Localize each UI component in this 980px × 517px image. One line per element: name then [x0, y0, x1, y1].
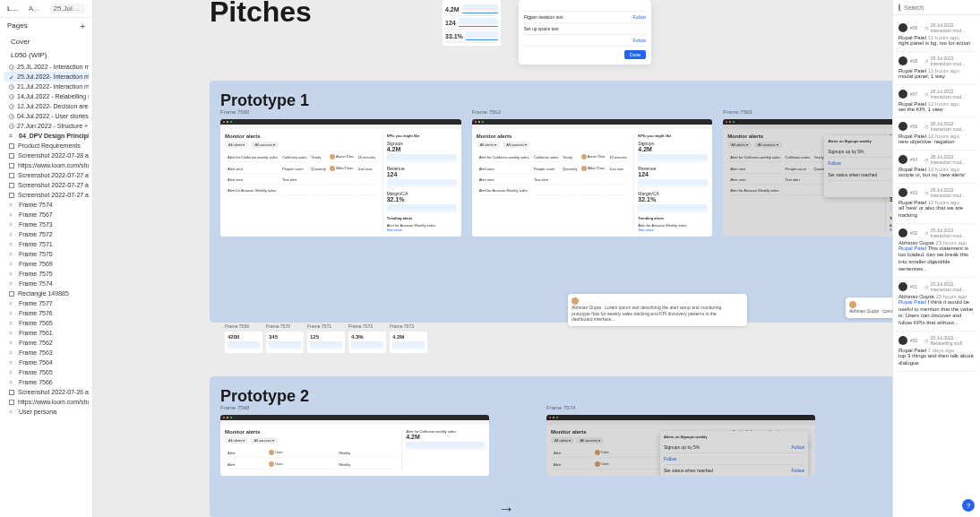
comment-text: Abhinav Gupta · Lorem ipsum text describ… [572, 305, 733, 323]
filter-badge[interactable]: All alerts ▾ [225, 142, 248, 148]
comment-thread[interactable]: #33 · ◷ 28.Jul.2022 · Interaction mod...… [897, 184, 976, 224]
check-icon: ✓ [9, 74, 14, 80]
layer-item[interactable]: ⌗Frame 7577 [4, 298, 89, 308]
prototype-frame[interactable]: Monitor alerts All alerts ▾All sources ▾… [546, 415, 815, 476]
mini-frame[interactable]: Frame 7571125 [307, 332, 345, 353]
comment-thread[interactable]: #30 · ◷ 25.Jul.2022 · Relabelling stuff … [897, 332, 976, 372]
layer-item[interactable]: ⌗Frame 7574 [4, 200, 89, 210]
layer-item[interactable]: https://www.loom.com/share/835... [4, 160, 89, 170]
canvas-comment[interactable]: Abhinav Gupta · comment on frame [846, 297, 892, 318]
filter-badge[interactable]: All sources ▾ [503, 142, 530, 148]
layer-item[interactable]: ⌗Frame 7561 [4, 328, 89, 338]
mini-frame[interactable]: Frame 75734.2M [390, 332, 427, 353]
prototype-frame[interactable]: Monitor alerts All alerts ▾ All sources … [723, 119, 892, 237]
kpi-stat: Margin/CA32.1% [387, 191, 457, 202]
layer-item[interactable]: Rectangle 149885 [4, 289, 89, 298]
layer-item[interactable]: https://www.loom.com/share/421f... [4, 397, 89, 407]
layer-item[interactable]: ⌗Frame 7565 [4, 367, 89, 377]
prototype-frame[interactable]: Monitor alerts All alerts ▾ All sources … [220, 119, 461, 237]
sparkline [392, 341, 425, 350]
layer-item[interactable]: ⌗Frame 7571 [4, 239, 89, 249]
page-item[interactable]: L050 (WIP) [4, 48, 89, 62]
version-item[interactable]: 25.JL.2022 - Interaction mod... [4, 62, 89, 72]
rect-icon [9, 163, 14, 168]
follow-link[interactable]: Follow [633, 38, 646, 43]
comment-thread[interactable]: #32 · ◷ 25.Jul.2022 · Interaction mod...… [897, 224, 976, 278]
version-item[interactable]: 21.Jul.2022- Interaction mod... [4, 82, 89, 91]
layer-item[interactable]: ⌗Frame 7576 [4, 308, 89, 318]
layer-item[interactable]: ⌗Frame 7572 [4, 229, 89, 239]
follow-link[interactable]: Follow [633, 14, 646, 20]
layer-item[interactable]: Screenshot 2022-07-28 at 1.24.1 [4, 151, 89, 160]
layer-item[interactable]: ⌗Frame 7564 [4, 358, 89, 367]
layer-item[interactable]: ⌗Frame 7573 [4, 220, 89, 229]
version-item[interactable]: ✓25.Jul.2022- Interaction mo... [4, 72, 89, 82]
canvas-comment[interactable]: Abhinav Gupta · Lorem ipsum text describ… [568, 294, 747, 326]
clock-icon: ◷ [924, 230, 928, 236]
comment-thread[interactable]: #39 · ◷ 28.Jul.2022 · Interaction mod...… [897, 19, 976, 52]
tab-assets[interactable]: Assets [29, 4, 43, 13]
mini-frame[interactable]: Frame 75694200 [225, 332, 262, 353]
comment-thread[interactable]: #31 · ◷ 25.Jul.2022 · Interaction mod...… [897, 278, 976, 332]
clock-icon: ◷ [924, 91, 928, 97]
comment-thread[interactable]: #38 · ◷ 28.Jul.2022 · Interaction mod...… [897, 52, 976, 85]
frame-modal: Alerts on Signups weeklySignups up by 5%… [824, 135, 892, 197]
modal-row: Follow [524, 35, 646, 47]
search-input[interactable] [904, 4, 980, 11]
avatar [898, 155, 907, 164]
mini-frame[interactable]: Frame 7570345 [266, 332, 304, 353]
modal-done-button[interactable]: Done [624, 50, 646, 59]
rect-icon [9, 193, 14, 198]
see-more-link[interactable]: See more [387, 228, 457, 232]
version-item[interactable]: 14.Jul.2022 - Relabelling stuff [4, 91, 89, 101]
prototype-frame[interactable]: Monitor alerts All alerts ▾ All sources … [472, 119, 713, 237]
layer-item[interactable]: ⌗Frame 7569 [4, 259, 89, 269]
filter-badge[interactable]: All alerts ▾ [727, 142, 751, 148]
rect-icon [9, 390, 14, 395]
comments-list: #39 · ◷ 28.Jul.2022 · Interaction mod...… [893, 15, 980, 517]
rect-icon [9, 153, 14, 159]
layer-item[interactable]: ⌗Frame 7566 [4, 377, 89, 387]
layer-item[interactable]: Screenshot 2022-07-27 at 2.00.1 1 [4, 190, 89, 200]
layer-item[interactable]: Screenshot 2022-07-26 at 5.33.1 [4, 387, 89, 397]
layer-item[interactable]: ⌗Frame 7574 [4, 279, 89, 289]
layer-item[interactable]: ⌗User persona [4, 407, 89, 417]
page-item[interactable]: Cover [4, 35, 89, 48]
layer-item[interactable]: ⌗Frame 7575 [4, 269, 89, 279]
canvas[interactable]: Pitches 4.2M12433.1% Figjam iteration te… [93, 0, 892, 517]
avatar [898, 23, 907, 32]
filter-badge[interactable]: All alerts ▾ [477, 142, 500, 148]
version-item[interactable]: 04.Jul.2022 - User stories [4, 111, 89, 121]
clock-icon: ◷ [924, 157, 928, 162]
prototype-frame[interactable]: Monitor alerts All alerts ▾All sources ▾… [220, 415, 489, 476]
frame-icon: ⌗ [9, 133, 15, 139]
filter-badge[interactable]: All sources ▾ [754, 142, 782, 148]
layer-item[interactable]: Screenshot 2022-07-27 at 10.02.1 [4, 170, 89, 180]
see-more-link[interactable]: See more [890, 228, 892, 232]
help-button[interactable]: ? [962, 499, 975, 512]
mini-frame[interactable]: Frame 75724.3% [348, 332, 386, 353]
tab-layers[interactable]: Layers [7, 4, 21, 13]
layer-item[interactable]: ⌗Frame 7570 [4, 249, 89, 259]
version-item[interactable]: 12.Jul.2022- Decision areas [4, 101, 89, 111]
version-dropdown[interactable]: 25.Jul.2022... [50, 4, 86, 13]
comment-thread[interactable]: #34 · ◷ 28.Jul.2022 · Interaction mod...… [897, 151, 976, 184]
layer-item[interactable]: ⌗Frame 7562 [4, 338, 89, 348]
version-item[interactable]: 27.Jun.2022 - Structure + De... [4, 121, 89, 131]
layer-item[interactable]: ⌗Frame 7567 [4, 210, 89, 220]
layer-item[interactable]: ⌗Frame 7565 [4, 318, 89, 328]
comment-thread[interactable]: #36 · ◷ 28.Jul.2022 · Interaction mod...… [897, 117, 976, 151]
layer-item[interactable]: Screenshot 2022-07-27 at 2.00.1 2 [4, 180, 89, 190]
layer-item[interactable]: ⌗04_DPV Design Principles [4, 131, 89, 141]
comment-thread[interactable]: #37 · ◷ 28.Jul.2022 · Interaction mod...… [897, 85, 976, 118]
alerts-table: Alert for California weekly salesCalifor… [477, 151, 631, 197]
filter-badge[interactable]: All sources ▾ [252, 142, 279, 148]
layer-item[interactable]: ⌗Frame 7563 [4, 348, 89, 358]
layer-item[interactable]: Product Requirements [4, 141, 89, 151]
left-panel: Layers Assets 25.Jul.2022... Pages + Cov… [0, 0, 93, 517]
add-page-button[interactable]: + [80, 22, 85, 31]
kpi-stat: Revenue124 [387, 166, 457, 177]
kpi-stat: Margin/CA32.1% [638, 191, 708, 202]
see-more-link[interactable]: See more [638, 228, 708, 232]
sparkline [638, 179, 708, 188]
